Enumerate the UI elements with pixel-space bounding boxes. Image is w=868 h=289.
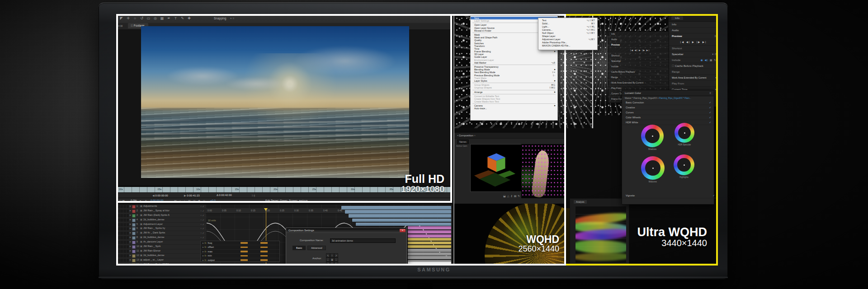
submenu-item[interactable]: Camera...⌥⇧⌘C — [538, 28, 597, 32]
monitor: ◤✛○↺▭◎▦✒T✎✚ Snapping ⌖ ⌗ ◂ ▤ ⚿ Footage 0… — [99, 3, 728, 280]
monitor-screen: ◤✛○↺▭◎▦✒T✎✚ Snapping ⌖ ⌗ ◂ ▤ ⚿ Footage 0… — [116, 14, 718, 266]
menu-item[interactable]: Auto-trace... — [471, 107, 557, 110]
submenu-item[interactable]: Null Object⌥⇧⌘Y — [538, 32, 597, 35]
submenu-item[interactable]: Light...⌥⇧⌘L — [538, 25, 597, 28]
submenu-item[interactable]: Text⌥⇧⌘T — [538, 19, 597, 22]
menu-item[interactable]: Ungroup Shapes⇧⌘G — [471, 86, 557, 89]
menu-item[interactable]: Create Masks from Text — [471, 100, 557, 103]
submenu-item[interactable]: Solid...⌘Y — [538, 22, 597, 25]
wqhd-label: WQHD 2560×1440 — [518, 234, 559, 253]
submenu-item[interactable]: MAXON CINEMA 4D File... — [538, 44, 597, 47]
menu-item[interactable]: Add Marker⌥8 — [471, 61, 557, 64]
menu-item[interactable]: Arrange▶ — [471, 91, 557, 93]
menu-item[interactable]: Layer Styles▶ — [471, 79, 557, 82]
submenu-item[interactable]: Adobe Photoshop File... — [538, 41, 597, 44]
submenu-item[interactable]: Shape Layer — [538, 35, 597, 38]
submenu-item[interactable]: Adjustment Layer⌥⌘Y — [538, 38, 597, 41]
ultra-wqhd-label: Ultra WQHD 3440×1440 — [637, 226, 708, 248]
new-layer-submenu: Text⌥⇧⌘TSolid...⌘YLight...⌥⇧⌘LCamera...⌥… — [538, 18, 598, 50]
full-hd-label: Full HD 1920×1080 — [401, 173, 444, 194]
